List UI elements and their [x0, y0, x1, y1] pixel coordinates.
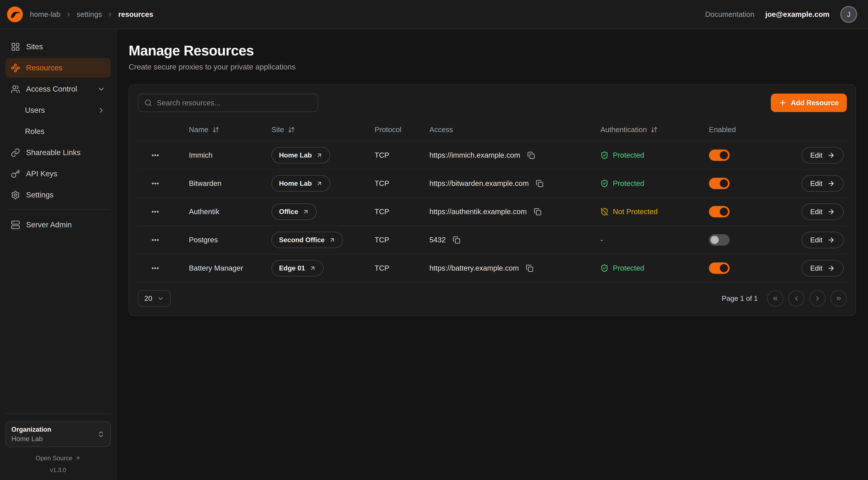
auth-status-badge: - [600, 236, 709, 244]
sidebar-item-resources[interactable]: Resources [5, 58, 111, 78]
header-name[interactable]: Name [189, 125, 272, 134]
link-icon [11, 148, 20, 157]
add-resource-button[interactable]: Add Resource [771, 94, 847, 112]
arrow-right-icon [827, 236, 835, 244]
sort-icon [212, 126, 219, 133]
sidebar-item-api-keys[interactable]: API Keys [5, 164, 111, 183]
enabled-toggle[interactable] [709, 206, 730, 217]
user-email: joe@example.com [765, 10, 830, 19]
copy-button[interactable] [535, 179, 545, 188]
chevrons-right-icon [835, 295, 842, 302]
edit-button[interactable]: Edit [802, 232, 844, 248]
sidebar-item-shareable-links[interactable]: Shareable Links [5, 143, 111, 162]
sidebar-item-label: Roles [25, 127, 44, 136]
shield-check-icon [600, 179, 609, 187]
enabled-toggle[interactable] [709, 150, 730, 161]
auth-status-label: Protected [613, 179, 644, 188]
external-link-icon [303, 209, 309, 215]
topbar-right: Documentation joe@example.com J [705, 6, 857, 23]
enabled-toggle[interactable] [709, 234, 730, 246]
site-link[interactable]: Office [272, 204, 317, 220]
avatar[interactable]: J [840, 6, 857, 23]
copy-button[interactable] [452, 235, 461, 245]
copy-button[interactable] [525, 263, 534, 273]
table-row: Postgres Second Office TCP 5432 - Edit [138, 226, 847, 254]
external-link-icon [75, 456, 81, 461]
site-link[interactable]: Home Lab [272, 147, 330, 163]
copy-button[interactable] [526, 150, 536, 160]
documentation-link[interactable]: Documentation [705, 10, 754, 19]
app-root: home-lab settings resources Documentatio… [0, 0, 868, 480]
header-protocol: Protocol [375, 125, 429, 134]
shell: Sites Resources Access Control Users Rol… [0, 29, 868, 480]
previous-page-button[interactable] [788, 290, 805, 307]
resource-name: Immich [189, 151, 272, 159]
page-info: Page 1 of 1 [722, 295, 758, 302]
site-name: Edge 01 [279, 264, 305, 272]
row-menu-button[interactable] [149, 262, 162, 275]
resource-protocol: TCP [375, 264, 429, 272]
external-link-icon [329, 237, 336, 243]
page-size-select[interactable]: 20 [138, 290, 170, 307]
edit-button[interactable]: Edit [802, 147, 844, 163]
site-link[interactable]: Second Office [272, 232, 343, 248]
sidebar-item-label: Server Admin [26, 220, 72, 229]
edit-button[interactable]: Edit [802, 204, 844, 220]
breadcrumb-resources[interactable]: resources [118, 10, 153, 19]
sidebar-item-label: Users [25, 106, 45, 115]
row-menu-button[interactable] [149, 177, 162, 190]
sidebar-item-label: Resources [26, 63, 62, 72]
first-page-button[interactable] [767, 290, 783, 307]
sidebar-item-users[interactable]: Users [5, 100, 111, 120]
search-input[interactable] [157, 99, 312, 107]
auth-status-label: Protected [613, 151, 644, 159]
edit-button[interactable]: Edit [802, 260, 844, 276]
resource-protocol: TCP [375, 207, 429, 216]
open-source-link[interactable]: Open Source [5, 455, 111, 462]
sidebar-item-server-admin[interactable]: Server Admin [5, 215, 111, 235]
enabled-toggle[interactable] [709, 263, 730, 274]
sidebar-footer: Organization Home Lab Open Source v1.3.0 [5, 413, 111, 474]
pager: Page 1 of 1 [722, 290, 847, 307]
sidebar-item-label: Settings [26, 190, 54, 199]
resource-access-port: 5432 [429, 236, 446, 244]
site-link[interactable]: Home Lab [272, 175, 330, 192]
enabled-toggle[interactable] [709, 178, 730, 189]
sidebar-item-access-control[interactable]: Access Control [5, 79, 111, 99]
site-name: Office [279, 208, 298, 216]
resource-protocol: TCP [375, 179, 429, 188]
plus-icon [779, 99, 786, 107]
resources-table: Name Site Protocol Access [138, 119, 847, 282]
external-link-icon [309, 265, 316, 271]
row-menu-button[interactable] [149, 234, 162, 246]
edit-button[interactable]: Edit [802, 175, 844, 192]
sidebar-item-settings[interactable]: Settings [5, 185, 111, 205]
resource-access-url: https://bitwarden.example.com [429, 179, 529, 188]
header-site[interactable]: Site [272, 125, 375, 134]
breadcrumb-org[interactable]: home-lab [30, 10, 60, 19]
row-menu-button[interactable] [149, 149, 162, 162]
shield-check-icon [600, 151, 609, 159]
organization-selector[interactable]: Organization Home Lab [5, 421, 111, 447]
sidebar-item-sites[interactable]: Sites [5, 37, 111, 57]
chevron-right-icon [97, 106, 105, 114]
header-name-label: Name [189, 125, 209, 134]
page-size-value: 20 [145, 295, 152, 302]
edit-label: Edit [810, 151, 823, 159]
breadcrumb-settings[interactable]: settings [77, 10, 102, 19]
last-page-button[interactable] [831, 290, 847, 307]
sidebar-item-roles[interactable]: Roles [5, 122, 111, 141]
resource-name: Battery Manager [189, 264, 272, 272]
sidebar: Sites Resources Access Control Users Rol… [0, 29, 117, 480]
grid-icon [11, 42, 20, 51]
header-authentication[interactable]: Authentication [600, 125, 709, 134]
row-menu-button[interactable] [149, 205, 162, 218]
site-link[interactable]: Edge 01 [272, 260, 323, 276]
header-enabled: Enabled [709, 125, 783, 134]
auth-status-badge: Protected [600, 151, 709, 159]
copy-button[interactable] [533, 207, 542, 217]
organization-label: Organization [11, 426, 51, 433]
next-page-button[interactable] [809, 290, 826, 307]
copy-icon [527, 151, 535, 159]
app-logo[interactable] [6, 6, 23, 23]
